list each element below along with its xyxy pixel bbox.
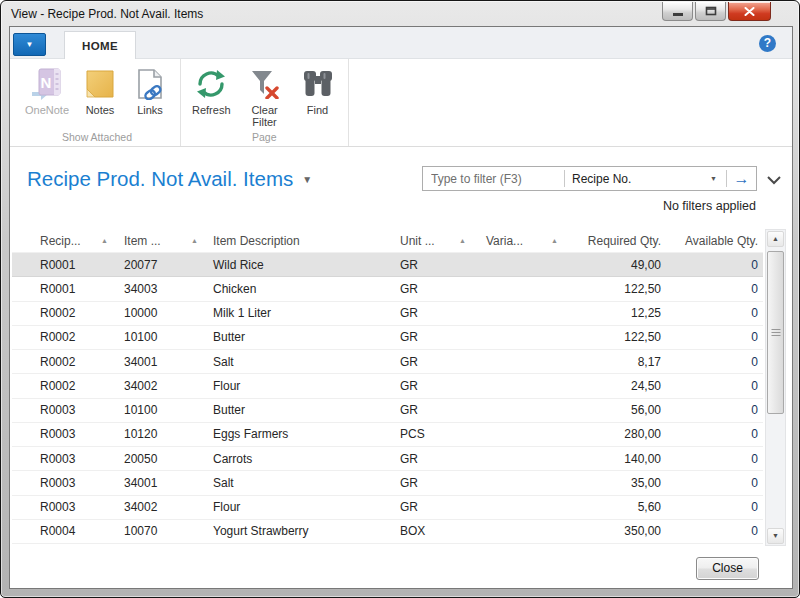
scroll-up-icon: ▲ [772, 235, 779, 242]
close-icon [744, 7, 755, 16]
cell-available-qty: 0 [663, 500, 763, 514]
cell-item-no: 20077 [116, 258, 208, 272]
notes-button[interactable]: Notes [78, 64, 122, 117]
cell-recipe-no: R0002 [38, 306, 116, 320]
links-button[interactable]: Links [128, 64, 172, 117]
maximize-button[interactable] [695, 2, 726, 21]
cell-description: Butter [208, 403, 396, 417]
collapse-page-button[interactable] [766, 171, 784, 183]
cell-recipe-no: R0001 [38, 282, 116, 296]
filter-input[interactable] [423, 167, 564, 190]
close-button[interactable]: Close [696, 557, 759, 580]
scrollbar-grip-icon [771, 329, 780, 337]
cell-recipe-no: R0004 [38, 524, 116, 538]
cell-unit: GR [396, 403, 478, 417]
scroll-up-button[interactable]: ▲ [767, 231, 784, 247]
cell-unit: GR [396, 282, 478, 296]
ribbon-group-label: Show Attached [14, 131, 180, 143]
cell-description: Carrots [208, 452, 396, 466]
cell-unit: GR [396, 500, 478, 514]
cell-item-no: 34003 [116, 282, 208, 296]
table-row[interactable]: R0003 34002 Flour GR 5,60 0 [12, 496, 763, 520]
column-header-item-description[interactable]: Item Description [208, 234, 396, 248]
app-window: View - Recipe Prod. Not Avail. Items ▼ H… [0, 0, 800, 598]
minimize-button[interactable] [662, 2, 693, 21]
page-title[interactable]: Recipe Prod. Not Avail. Items▼ [27, 167, 312, 191]
table-row[interactable]: R0003 10120 Eggs Farmers PCS 280,00 0 [12, 423, 763, 447]
titlebar[interactable]: View - Recipe Prod. Not Avail. Items [1, 1, 799, 27]
cell-recipe-no: R0002 [38, 379, 116, 393]
cell-unit: GR [396, 306, 478, 320]
cell-available-qty: 0 [663, 452, 763, 466]
column-header-required-qty[interactable]: Required Qty. [572, 234, 663, 248]
close-window-button[interactable] [728, 2, 771, 21]
filter-column-select[interactable]: Recipe No. ▼ [565, 167, 726, 190]
cell-item-no: 10070 [116, 524, 208, 538]
cell-description: Eggs Farmers [208, 427, 396, 441]
cell-item-no: 10100 [116, 330, 208, 344]
cell-available-qty: 0 [663, 427, 763, 441]
find-label: Find [307, 104, 328, 116]
column-header-variant[interactable]: Varia...▲ [478, 234, 572, 248]
table-row[interactable]: R0001 34003 Chicken GR 122,50 0 [12, 277, 763, 301]
link-page-icon [135, 65, 165, 102]
column-header-available-qty[interactable]: Available Qty. [663, 234, 763, 248]
cell-available-qty: 0 [663, 476, 763, 490]
find-button[interactable]: Find [296, 64, 340, 117]
table-row[interactable]: R0003 34001 Salt GR 35,00 0 [12, 471, 763, 495]
cell-required-qty: 35,00 [572, 476, 663, 490]
cell-item-no: 34002 [116, 500, 208, 514]
onenote-button[interactable]: N OneNote [22, 64, 72, 117]
vertical-scrollbar[interactable]: ▲ ▼ [765, 229, 786, 546]
refresh-button[interactable]: Refresh [189, 64, 234, 117]
table-row[interactable]: R0003 20050 Carrots GR 140,00 0 [12, 447, 763, 471]
column-header-recipe-no[interactable]: Recip...▲ [38, 234, 116, 248]
cell-description: Yogurt Strawberry [208, 524, 396, 538]
table-body: R0001 20077 Wild Rice GR 49,00 0 R0001 3… [12, 253, 763, 544]
apply-filter-button[interactable]: → [727, 167, 756, 190]
column-header-unit[interactable]: Unit ...▲ [396, 234, 478, 248]
cell-required-qty: 56,00 [572, 403, 663, 417]
table-header: Recip...▲ Item ...▲ Item Description Uni… [12, 229, 763, 253]
sticky-note-icon [85, 65, 115, 102]
cell-unit: GR [396, 476, 478, 490]
filter-status: No filters applied [663, 199, 756, 213]
help-button[interactable]: ? [759, 35, 776, 52]
table-row[interactable]: R0002 10100 Butter GR 122,50 0 [12, 326, 763, 350]
cell-item-no: 10120 [116, 427, 208, 441]
cell-item-no: 34002 [116, 379, 208, 393]
clear-filter-button[interactable]: Clear Filter [240, 64, 290, 129]
table-row[interactable]: R0004 10070 Yogurt Strawberry BOX 350,00… [12, 520, 763, 544]
cell-available-qty: 0 [663, 282, 763, 296]
scrollbar-thumb[interactable] [767, 251, 784, 414]
ribbon-group-show-attached: N OneNote Notes [14, 59, 181, 146]
binoculars-icon [303, 65, 333, 102]
filter-column-value: Recipe No. [572, 172, 710, 186]
tab-home[interactable]: HOME [64, 31, 136, 59]
cell-required-qty: 24,50 [572, 379, 663, 393]
table-row[interactable]: R0001 20077 Wild Rice GR 49,00 0 [12, 253, 763, 277]
cell-description: Flour [208, 379, 396, 393]
ribbon-tab-row: ▼ HOME ? [10, 27, 792, 59]
table-row[interactable]: R0003 10100 Butter GR 56,00 0 [12, 399, 763, 423]
cell-required-qty: 280,00 [572, 427, 663, 441]
column-header-item-no[interactable]: Item ...▲ [116, 234, 208, 248]
table-row[interactable]: R0002 34002 Flour GR 24,50 0 [12, 374, 763, 398]
table-row[interactable]: R0002 10000 Milk 1 Liter GR 12,25 0 [12, 302, 763, 326]
scroll-down-button[interactable]: ▼ [767, 528, 784, 544]
cell-recipe-no: R0003 [38, 427, 116, 441]
window-title: View - Recipe Prod. Not Avail. Items [11, 7, 203, 21]
cell-description: Salt [208, 355, 396, 369]
app-menu-button[interactable]: ▼ [13, 33, 46, 56]
cell-recipe-no: R0003 [38, 452, 116, 466]
cell-required-qty: 8,17 [572, 355, 663, 369]
page-title-caret-icon: ▼ [302, 174, 312, 185]
scroll-down-icon: ▼ [772, 532, 779, 539]
cell-required-qty: 49,00 [572, 258, 663, 272]
cell-available-qty: 0 [663, 258, 763, 272]
filter-box: Recipe No. ▼ → [422, 166, 757, 191]
cell-available-qty: 0 [663, 379, 763, 393]
table-row[interactable]: R0002 34001 Salt GR 8,17 0 [12, 350, 763, 374]
ribbon-group-label: Page [181, 131, 348, 143]
notes-label: Notes [86, 104, 115, 116]
